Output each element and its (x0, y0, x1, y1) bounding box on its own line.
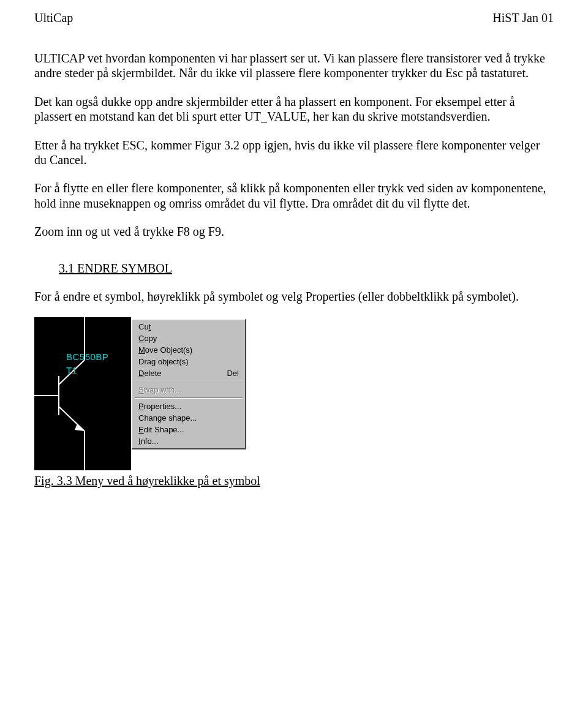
svg-marker-6 (75, 424, 85, 431)
menu-separator (135, 397, 243, 399)
figure-caption: Fig. 3.3 Meny ved å høyreklikke på et sy… (34, 474, 554, 488)
menu-item-9[interactable]: Change shape... (134, 412, 244, 424)
menu-item-label: Info... (138, 437, 159, 446)
header-right: HiST Jan 01 (492, 11, 554, 25)
page-header: UltiCap HiST Jan 01 (34, 11, 554, 25)
menu-item-label: Cut (138, 322, 151, 331)
paragraph-6: For å endre et symbol, høyreklikk på sym… (34, 289, 554, 304)
embedded-screenshot: BC550BP T1 CutCopyMove Object(s)Drag obj… (34, 317, 554, 470)
menu-item-11[interactable]: Info... (134, 435, 244, 447)
menu-item-label: Drag object(s) (138, 357, 189, 366)
menu-item-label: Copy (138, 334, 157, 343)
menu-separator (135, 381, 243, 382)
transistor-symbol-icon (34, 317, 131, 470)
menu-item-label: Properties... (138, 402, 181, 411)
menu-item-label: Delete (138, 369, 162, 378)
menu-item-shortcut: Del (227, 369, 239, 378)
menu-item-10[interactable]: Edit Shape... (134, 424, 244, 435)
paragraph-2: Det kan også dukke opp andre skjermbilde… (34, 94, 554, 124)
section-heading: 3.1 ENDRE SYMBOL (59, 261, 554, 276)
paragraph-4: For å flytte en eller flere komponenter,… (34, 181, 554, 211)
paragraph-5: Zoom inn og ut ved å trykke F8 og F9. (34, 224, 554, 239)
menu-item-3[interactable]: Drag object(s) (134, 356, 244, 367)
menu-item-label: Change shape... (138, 413, 197, 423)
context-menu: CutCopyMove Object(s)Drag object(s)Delet… (131, 318, 246, 449)
menu-item-label: Edit Shape... (138, 425, 184, 434)
header-left: UltiCap (34, 11, 73, 25)
menu-item-8[interactable]: Properties... (134, 400, 244, 412)
menu-item-0[interactable]: Cut (134, 321, 244, 333)
schematic-ref-label: T1 (66, 365, 77, 375)
menu-item-4[interactable]: DeleteDel (134, 367, 244, 379)
menu-item-2[interactable]: Move Object(s) (134, 344, 244, 356)
paragraph-1: ULTICAP vet hvordan komponenten vi har p… (34, 51, 554, 81)
schematic-part-label: BC550BP (66, 351, 108, 362)
menu-item-label: Move Object(s) (138, 345, 192, 355)
menu-item-1[interactable]: Copy (134, 333, 244, 344)
page: UltiCap HiST Jan 01 ULTICAP vet hvordan … (0, 0, 588, 714)
menu-item-label: Swap with... (138, 385, 181, 394)
menu-item-6: Swap with... (134, 384, 244, 396)
paragraph-3: Etter å ha trykket ESC, kommer Figur 3.2… (34, 138, 554, 168)
schematic-canvas: BC550BP T1 (34, 317, 131, 470)
